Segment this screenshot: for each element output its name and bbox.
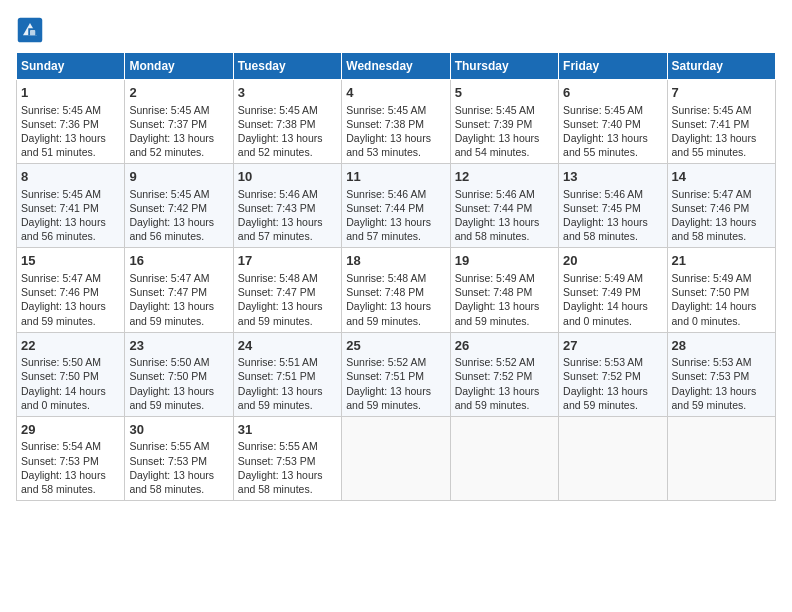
day-number: 1 (21, 84, 120, 102)
calendar-cell: 24Sunrise: 5:51 AMSunset: 7:51 PMDayligh… (233, 332, 341, 416)
day-number: 22 (21, 337, 120, 355)
calendar-cell: 13Sunrise: 5:46 AMSunset: 7:45 PMDayligh… (559, 164, 667, 248)
cell-line: Daylight: 13 hours (238, 215, 337, 229)
day-number: 8 (21, 168, 120, 186)
cell-line: Sunset: 7:41 PM (21, 201, 120, 215)
cell-line: and 58 minutes. (21, 482, 120, 496)
cell-line: Sunset: 7:50 PM (672, 285, 771, 299)
cell-line: Daylight: 13 hours (455, 299, 554, 313)
calendar-cell (667, 416, 775, 500)
cell-line: Daylight: 13 hours (238, 131, 337, 145)
cell-line: Daylight: 14 hours (21, 384, 120, 398)
day-number: 3 (238, 84, 337, 102)
cell-line: Sunset: 7:37 PM (129, 117, 228, 131)
calendar-cell: 22Sunrise: 5:50 AMSunset: 7:50 PMDayligh… (17, 332, 125, 416)
cell-line: Sunset: 7:41 PM (672, 117, 771, 131)
cell-line: Sunrise: 5:45 AM (129, 103, 228, 117)
calendar-week-3: 15Sunrise: 5:47 AMSunset: 7:46 PMDayligh… (17, 248, 776, 332)
cell-line: Sunrise: 5:49 AM (563, 271, 662, 285)
calendar-cell: 25Sunrise: 5:52 AMSunset: 7:51 PMDayligh… (342, 332, 450, 416)
day-number: 26 (455, 337, 554, 355)
cell-line: Daylight: 13 hours (129, 215, 228, 229)
cell-line: Sunrise: 5:45 AM (346, 103, 445, 117)
cell-line: and 0 minutes. (21, 398, 120, 412)
calendar-body: 1Sunrise: 5:45 AMSunset: 7:36 PMDaylight… (17, 80, 776, 501)
cell-line: Sunrise: 5:55 AM (238, 439, 337, 453)
cell-line: Daylight: 13 hours (672, 215, 771, 229)
calendar-cell: 18Sunrise: 5:48 AMSunset: 7:48 PMDayligh… (342, 248, 450, 332)
calendar-week-4: 22Sunrise: 5:50 AMSunset: 7:50 PMDayligh… (17, 332, 776, 416)
cell-line: Sunset: 7:48 PM (455, 285, 554, 299)
calendar-cell: 11Sunrise: 5:46 AMSunset: 7:44 PMDayligh… (342, 164, 450, 248)
calendar-cell: 20Sunrise: 5:49 AMSunset: 7:49 PMDayligh… (559, 248, 667, 332)
day-number: 12 (455, 168, 554, 186)
cell-line: Sunrise: 5:46 AM (238, 187, 337, 201)
cell-line: Daylight: 13 hours (672, 384, 771, 398)
cell-line: Daylight: 13 hours (238, 299, 337, 313)
cell-line: Sunset: 7:51 PM (346, 369, 445, 383)
cell-line: Daylight: 14 hours (672, 299, 771, 313)
cell-line: Sunset: 7:38 PM (238, 117, 337, 131)
day-number: 15 (21, 252, 120, 270)
cell-line: Sunset: 7:52 PM (455, 369, 554, 383)
cell-line: Sunrise: 5:53 AM (672, 355, 771, 369)
cell-line: Sunrise: 5:50 AM (21, 355, 120, 369)
cell-line: Daylight: 13 hours (346, 215, 445, 229)
day-number: 20 (563, 252, 662, 270)
cell-line: and 52 minutes. (238, 145, 337, 159)
cell-line: Sunrise: 5:47 AM (129, 271, 228, 285)
cell-line: Sunrise: 5:52 AM (455, 355, 554, 369)
calendar-cell: 16Sunrise: 5:47 AMSunset: 7:47 PMDayligh… (125, 248, 233, 332)
cell-line: Sunset: 7:38 PM (346, 117, 445, 131)
cell-line: Sunrise: 5:54 AM (21, 439, 120, 453)
day-number: 30 (129, 421, 228, 439)
cell-line: Sunset: 7:49 PM (563, 285, 662, 299)
cell-line: and 59 minutes. (238, 398, 337, 412)
cell-line: Daylight: 13 hours (129, 384, 228, 398)
day-number: 24 (238, 337, 337, 355)
day-number: 6 (563, 84, 662, 102)
cell-line: and 53 minutes. (346, 145, 445, 159)
cell-line: Daylight: 13 hours (563, 131, 662, 145)
calendar-week-5: 29Sunrise: 5:54 AMSunset: 7:53 PMDayligh… (17, 416, 776, 500)
cell-line: and 58 minutes. (129, 482, 228, 496)
cell-line: Sunrise: 5:45 AM (129, 187, 228, 201)
cell-line: Sunset: 7:50 PM (129, 369, 228, 383)
cell-line: Sunset: 7:53 PM (129, 454, 228, 468)
cell-line: Sunset: 7:53 PM (672, 369, 771, 383)
cell-line: and 52 minutes. (129, 145, 228, 159)
cell-line: Sunrise: 5:48 AM (238, 271, 337, 285)
calendar-cell: 26Sunrise: 5:52 AMSunset: 7:52 PMDayligh… (450, 332, 558, 416)
day-number: 7 (672, 84, 771, 102)
cell-line: Daylight: 13 hours (346, 299, 445, 313)
cell-line: and 59 minutes. (21, 314, 120, 328)
cell-line: Daylight: 13 hours (455, 384, 554, 398)
day-number: 2 (129, 84, 228, 102)
cell-line: Sunrise: 5:49 AM (455, 271, 554, 285)
cell-line: Sunrise: 5:46 AM (455, 187, 554, 201)
cell-line: Daylight: 13 hours (21, 468, 120, 482)
calendar-cell: 19Sunrise: 5:49 AMSunset: 7:48 PMDayligh… (450, 248, 558, 332)
cell-line: Sunrise: 5:45 AM (21, 187, 120, 201)
cell-line: Sunrise: 5:48 AM (346, 271, 445, 285)
cell-line: and 59 minutes. (129, 398, 228, 412)
cell-line: Sunset: 7:47 PM (129, 285, 228, 299)
calendar-week-1: 1Sunrise: 5:45 AMSunset: 7:36 PMDaylight… (17, 80, 776, 164)
calendar-cell: 31Sunrise: 5:55 AMSunset: 7:53 PMDayligh… (233, 416, 341, 500)
logo-icon (16, 16, 44, 44)
column-header-tuesday: Tuesday (233, 53, 341, 80)
cell-line: Sunrise: 5:45 AM (672, 103, 771, 117)
cell-line: Daylight: 13 hours (455, 215, 554, 229)
calendar-cell (342, 416, 450, 500)
calendar-header: SundayMondayTuesdayWednesdayThursdayFrid… (17, 53, 776, 80)
day-number: 9 (129, 168, 228, 186)
cell-line: and 55 minutes. (672, 145, 771, 159)
day-number: 21 (672, 252, 771, 270)
cell-line: and 56 minutes. (21, 229, 120, 243)
cell-line: and 58 minutes. (238, 482, 337, 496)
cell-line: Sunset: 7:36 PM (21, 117, 120, 131)
cell-line: and 58 minutes. (563, 229, 662, 243)
cell-line: Daylight: 13 hours (21, 215, 120, 229)
calendar-cell: 5Sunrise: 5:45 AMSunset: 7:39 PMDaylight… (450, 80, 558, 164)
cell-line: and 59 minutes. (129, 314, 228, 328)
